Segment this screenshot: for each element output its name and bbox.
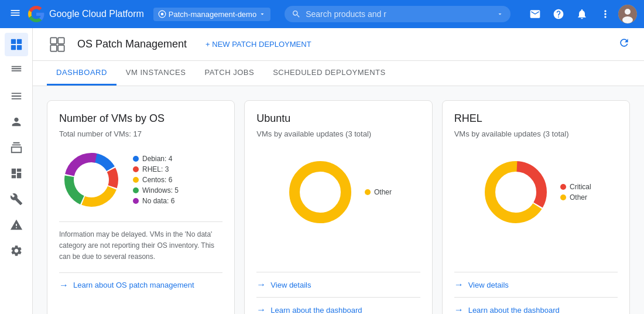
svg-rect-12	[58, 45, 64, 52]
link-arrow-icon: →	[256, 305, 266, 314]
ubuntu-donut-area: Other	[256, 148, 420, 237]
svg-rect-6	[16, 39, 21, 44]
vms-legend: Debian: 4 RHEL: 3 Centos: 6 Windows	[133, 155, 179, 205]
project-icon	[158, 10, 166, 18]
svg-point-20	[301, 173, 340, 211]
legend-rhel: RHEL: 3	[133, 165, 179, 173]
page-title: OS Patch Management	[77, 38, 187, 50]
refresh-icon[interactable]	[618, 37, 630, 52]
avatar[interactable]	[618, 5, 637, 23]
legend-centos: Centos: 6	[133, 176, 179, 184]
search-dropdown-icon	[496, 11, 503, 18]
svg-rect-10	[58, 37, 64, 44]
card-title-ubuntu: Ubuntu	[256, 112, 420, 125]
link-arrow-icon: →	[454, 279, 464, 290]
sidebar-item-storage[interactable]	[5, 136, 28, 159]
legend-dot-rhel-other	[560, 194, 566, 200]
app-title: Google Cloud Platform	[49, 9, 144, 19]
gcp-logo-icon	[28, 6, 44, 22]
sidebar-item-patch[interactable]	[5, 33, 28, 56]
rhel-learn-dashboard-link[interactable]: → Learn about the dashboard	[454, 297, 618, 314]
search-icon	[292, 9, 301, 19]
topnav-actions	[525, 4, 637, 25]
svg-rect-11	[50, 45, 57, 52]
page-icon	[47, 34, 68, 55]
sidebar-item-tools[interactable]	[5, 187, 28, 211]
ubuntu-view-details-link[interactable]: → View details	[256, 272, 420, 297]
search-bar[interactable]: Search products and r	[285, 6, 511, 22]
legend-dot-rhel-critical	[560, 184, 566, 190]
ubuntu-learn-dashboard-link[interactable]: → Learn about the dashboard	[256, 297, 420, 314]
project-name: Patch-management-demo	[169, 10, 256, 19]
rhel-donut-area: Critical Other	[454, 148, 618, 237]
sidebar-item-dashboard[interactable]	[5, 162, 28, 185]
tab-dashboard[interactable]: DASHBOARD	[47, 61, 117, 86]
more-icon[interactable]	[595, 4, 616, 25]
ubuntu-links: → View details → Learn about the dashboa…	[256, 272, 420, 314]
vms-info-text: Information may be delayed. VMs in the '…	[59, 221, 222, 263]
vms-donut-container: Debian: 4 RHEL: 3 Centos: 6 Windows	[59, 148, 222, 212]
project-dropdown-icon	[259, 11, 266, 18]
rhel-view-details-link[interactable]: → View details	[454, 272, 618, 297]
legend-dot-ubuntu-other	[365, 189, 371, 195]
link-arrow-icon: →	[454, 305, 464, 314]
main-layout: OS Patch Management + NEW PATCH DEPLOYME…	[0, 28, 644, 314]
legend-dot-windows	[133, 187, 139, 193]
rhel-links: → View details → Learn about the dashboa…	[454, 272, 618, 314]
dashboard-content: Number of VMs by OS Total number of VMs:…	[33, 86, 644, 314]
link-arrow-icon: →	[256, 279, 266, 290]
card-title-rhel: RHEL	[454, 112, 618, 125]
legend-debian: Debian: 4	[133, 155, 179, 163]
topnav: Google Cloud Platform Patch-management-d…	[0, 0, 644, 28]
logo: Google Cloud Platform	[28, 6, 144, 22]
rhel-card: RHEL VMs by available updates (3 total) …	[442, 100, 630, 314]
ubuntu-card: Ubuntu VMs by available updates (3 total…	[244, 100, 432, 314]
legend-dot-rhel	[133, 166, 139, 172]
tabs: DASHBOARD VM INSTANCES PATCH JOBS SCHEDU…	[33, 61, 644, 86]
rhel-donut-chart	[481, 157, 551, 227]
notifications-icon[interactable]	[571, 4, 592, 25]
card-subtitle-rhel: VMs by available updates (3 total)	[454, 129, 618, 138]
content-area: OS Patch Management + NEW PATCH DEPLOYME…	[33, 28, 644, 314]
svg-rect-5	[11, 39, 15, 44]
legend-dot-debian	[133, 156, 139, 162]
tab-vm-instances[interactable]: VM INSTANCES	[117, 61, 196, 86]
legend-dot-centos	[133, 177, 139, 183]
search-placeholder: Search products and r	[306, 9, 492, 19]
link-arrow-icon: →	[59, 280, 68, 291]
email-icon[interactable]	[525, 4, 546, 25]
svg-point-18	[75, 163, 108, 196]
card-title-vms: Number of VMs by OS	[59, 112, 222, 125]
sidebar-item-warning[interactable]	[5, 213, 28, 237]
svg-point-23	[496, 173, 535, 211]
sidebar-item-compute[interactable]	[5, 59, 28, 82]
ubuntu-donut-chart	[285, 157, 355, 227]
legend-nodata: No data: 6	[133, 197, 179, 205]
help-icon[interactable]	[548, 4, 569, 25]
ubuntu-legend: Other	[365, 188, 392, 196]
sidebar-item-settings[interactable]	[5, 239, 28, 262]
svg-rect-9	[50, 37, 57, 44]
svg-point-3	[625, 9, 631, 15]
tab-scheduled-deployments[interactable]: SCHEDULED DEPLOYMENTS	[263, 61, 395, 86]
learn-patch-management-link[interactable]: → Learn about OS patch management	[59, 272, 222, 298]
svg-point-1	[161, 13, 164, 16]
card-subtitle-ubuntu: VMs by available updates (3 total)	[256, 129, 420, 138]
legend-rhel-critical: Critical	[560, 183, 591, 191]
tab-patch-jobs[interactable]: PATCH JOBS	[195, 61, 263, 86]
card-subtitle-vms: Total number of VMs: 17	[59, 129, 222, 138]
rhel-legend: Critical Other	[560, 183, 591, 202]
vms-donut-chart	[59, 148, 124, 212]
project-selector[interactable]: Patch-management-demo	[153, 8, 270, 21]
legend-dot-nodata	[133, 198, 139, 204]
legend-ubuntu-other: Other	[365, 188, 392, 196]
new-patch-deployment-button[interactable]: + NEW PATCH DEPLOYMENT	[201, 36, 316, 52]
legend-rhel-other: Other	[560, 193, 591, 202]
menu-icon[interactable]	[7, 5, 23, 24]
sidebar-item-person[interactable]	[5, 110, 28, 134]
svg-rect-7	[11, 45, 15, 50]
sidebar	[0, 28, 33, 314]
svg-rect-8	[16, 45, 21, 50]
sidebar-item-list[interactable]	[5, 84, 28, 108]
page-header: OS Patch Management + NEW PATCH DEPLOYME…	[33, 28, 644, 61]
